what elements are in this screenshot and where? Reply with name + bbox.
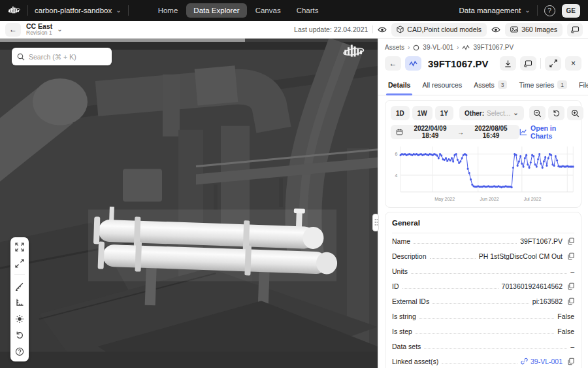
- fit-view-icon[interactable]: [14, 242, 25, 252]
- ruler-corner-icon[interactable]: [14, 297, 25, 308]
- help-icon[interactable]: ?: [544, 5, 555, 16]
- breadcrumb-asset[interactable]: 39-VL-001: [423, 44, 453, 51]
- field-label: External IDs: [392, 297, 429, 305]
- copy-icon[interactable]: [567, 252, 574, 260]
- main-nav: HomeData ExplorerCanvasCharts: [151, 3, 326, 18]
- tab-all-resources[interactable]: All resources: [416, 76, 468, 95]
- chart-icon: [519, 128, 527, 136]
- expand-icon[interactable]: [545, 56, 561, 71]
- general-card: General Name39FT1067.PVDescriptionPH 1st…: [385, 212, 581, 368]
- detail-row: DescriptionPH 1stStgDiscCool CM Out: [392, 248, 574, 263]
- brightness-icon[interactable]: [14, 314, 25, 324]
- tab-label: Time series: [519, 81, 554, 89]
- field-label: Name: [392, 237, 410, 245]
- detail-row: Is stringFalse: [392, 309, 574, 324]
- general-rows: Name39FT1067.PVDescriptionPH 1stStgDiscC…: [392, 233, 574, 368]
- zoom-out-icon[interactable]: [529, 106, 546, 120]
- zoom-in-icon[interactable]: [567, 106, 583, 120]
- model-toolbar-right: Last update: 22.04.2021 CAD,Point cloud …: [294, 23, 583, 37]
- svg-text:May 2022: May 2022: [434, 195, 455, 202]
- nav-home[interactable]: Home: [151, 3, 186, 18]
- range-1w[interactable]: 1W: [412, 106, 433, 120]
- svg-text:4: 4: [395, 172, 397, 178]
- back-button[interactable]: ←: [5, 23, 21, 37]
- top-navbar: carbon-platfor-sandbox ⌄ HomeData Explor…: [0, 0, 588, 21]
- search-input[interactable]: [29, 53, 106, 61]
- tab-details[interactable]: Details: [382, 76, 416, 95]
- leader-dots: [433, 303, 529, 304]
- timeseries-chart[interactable]: 46May 2022Jun 2022Jul 2022: [391, 143, 576, 205]
- divider: [372, 25, 373, 33]
- model-selector[interactable]: CC East Revision 1 ⌄: [26, 23, 63, 37]
- app-window: carbon-platfor-sandbox ⌄ HomeData Explor…: [0, 0, 588, 368]
- search-icon: [17, 53, 25, 61]
- field-value: pi:163582: [532, 297, 563, 305]
- close-icon[interactable]: ×: [565, 56, 581, 71]
- panel-resize-handle[interactable]: [372, 214, 379, 231]
- range-1d[interactable]: 1D: [391, 106, 410, 120]
- leader-dots: [442, 363, 517, 364]
- open-in-canvas-icon[interactable]: [520, 56, 536, 71]
- panel-back-button[interactable]: ←: [385, 56, 401, 71]
- reset-zoom-icon[interactable]: [548, 106, 564, 120]
- copy-icon[interactable]: [567, 358, 574, 365]
- avatar[interactable]: GE: [562, 4, 580, 18]
- breadcrumb-sep: ›: [457, 44, 459, 51]
- copy-icon[interactable]: [567, 237, 574, 245]
- images-360-button[interactable]: 360 Images: [505, 23, 563, 37]
- chevron-down-icon: ⌄: [525, 7, 530, 14]
- leader-dots: [419, 318, 555, 319]
- timeseries-card: 1D1W1Y Other: Select... ⌄: [385, 100, 581, 208]
- divider: [540, 58, 541, 69]
- linked-asset-link[interactable]: 39-VL-001: [521, 358, 563, 365]
- nav-charts[interactable]: Charts: [289, 3, 326, 18]
- copy-icon[interactable]: [567, 282, 574, 290]
- breadcrumb-assets[interactable]: Assets: [385, 44, 404, 51]
- calendar-icon: [396, 128, 403, 136]
- tab-label: All resources: [422, 81, 462, 89]
- date-range-picker[interactable]: 2022/04/09 18:49 → 2022/08/05 16:49: [391, 125, 519, 139]
- tab-badge: 1: [557, 80, 567, 89]
- images-360-label: 360 Images: [521, 25, 557, 33]
- divider: [128, 5, 129, 16]
- visibility-cad-icon[interactable]: [378, 26, 387, 33]
- tab-assets[interactable]: Assets3: [468, 75, 513, 95]
- download-icon[interactable]: [500, 56, 516, 71]
- field-label: Description: [392, 252, 427, 260]
- time-range-controls: 1D1W1Y Other: Select... ⌄: [391, 106, 576, 120]
- nav-data-explorer[interactable]: Data Explorer: [186, 3, 246, 18]
- leader-dots: [414, 243, 517, 244]
- 3d-viewer[interactable]: [0, 39, 378, 368]
- help-icon[interactable]: [14, 346, 25, 357]
- leader-dots: [402, 288, 498, 289]
- nav-canvas[interactable]: Canvas: [248, 3, 288, 18]
- breadcrumb-timeseries[interactable]: 39FT1067.PV: [473, 44, 514, 51]
- date-to: 2022/08/05 16:49: [468, 125, 514, 139]
- project-selector[interactable]: carbon-platfor-sandbox ⌄: [35, 7, 122, 14]
- copy-icon[interactable]: [567, 297, 574, 305]
- 3d-scene[interactable]: [0, 39, 378, 368]
- cad-models-button[interactable]: CAD,Point cloud models: [391, 23, 487, 37]
- detail-row: Data sets–: [392, 339, 574, 354]
- tab-time-series[interactable]: Time series1: [513, 75, 573, 95]
- tab-files[interactable]: Files4: [573, 75, 588, 95]
- visibility-360-icon[interactable]: [491, 26, 500, 33]
- time-range-buttons: 1D1W1Y: [391, 106, 453, 120]
- topbar-right: Data management ⌄ ? GE: [459, 4, 580, 18]
- timeseries-type-icon: [405, 56, 421, 71]
- other-range-select[interactable]: Other: Select... ⌄: [459, 106, 524, 120]
- reset-view-icon[interactable]: [14, 330, 25, 341]
- flip-layout-icon[interactable]: [567, 23, 583, 37]
- field-label: Linked asset(s): [392, 358, 438, 365]
- leader-dots: [424, 348, 567, 349]
- measure-icon[interactable]: [14, 281, 25, 292]
- tab-label: Assets: [474, 81, 495, 89]
- chevron-down-icon: ⌄: [57, 26, 62, 33]
- range-1y[interactable]: 1Y: [435, 106, 453, 120]
- cognite-logo-icon[interactable]: [8, 5, 21, 16]
- open-in-charts-link[interactable]: Open in Charts: [519, 124, 576, 140]
- viewer-toolbar: [10, 237, 29, 361]
- data-management-menu[interactable]: Data management ⌄: [459, 7, 531, 14]
- fullscreen-icon[interactable]: [14, 258, 25, 269]
- svg-text:6: 6: [395, 151, 397, 158]
